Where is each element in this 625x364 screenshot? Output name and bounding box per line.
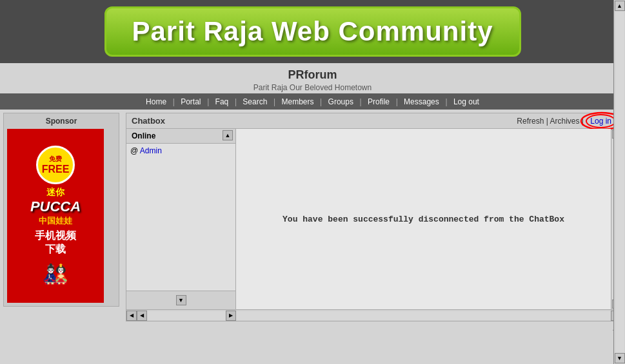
sponsor-box: Sponsor 免费 FREE 迷你 PUCCA 中国娃娃 手机视频 下载 🎎	[3, 113, 119, 307]
nav-search[interactable]: Search	[239, 97, 271, 106]
message-content: You have been successfully disconnected …	[236, 129, 611, 309]
character-icon: 🎎	[43, 262, 68, 286]
sponsor-label: Sponsor	[7, 117, 115, 126]
free-badge: 免费 FREE	[36, 146, 75, 184]
chatbox-title: Chatbox	[132, 116, 165, 126]
online-user-admin: @ Admin	[126, 144, 235, 158]
sponsor-image: 免费 FREE 迷你 PUCCA 中国娃娃 手机视频 下载 🎎	[7, 129, 104, 303]
online-hscroll-area: ◀ ▶	[137, 311, 236, 321]
nav-profile[interactable]: Profile	[364, 97, 393, 106]
logo-banner: Parit Raja Web Community	[104, 6, 521, 57]
online-panel: Online ▲ @ Admin ▼	[126, 129, 236, 309]
win-scroll-down[interactable]: ▼	[615, 353, 625, 363]
sidebar: Sponsor 免费 FREE 迷你 PUCCA 中国娃娃 手机视频 下载 🎎	[0, 110, 123, 364]
hscroll-online-right[interactable]: ▶	[226, 311, 236, 321]
chatbox-header: Chatbox Refresh | Archives | Log in	[126, 113, 621, 129]
win-scroll-up[interactable]: ▲	[615, 1, 625, 11]
hscroll-online-left[interactable]: ◀	[137, 311, 147, 321]
chinese-line2: 手机视频	[35, 229, 76, 243]
logo-text: Parit Raja Web Community	[132, 16, 493, 47]
chatbox: Chatbox Refresh | Archives | Log in	[126, 113, 622, 321]
forum-title: PRforum	[0, 68, 625, 82]
forum-subtitle: Parit Raja Our Beloved Hometown	[0, 83, 625, 92]
main-layout: Sponsor 免费 FREE 迷你 PUCCA 中国娃娃 手机视频 下载 🎎 …	[0, 110, 625, 364]
online-hscroll-track[interactable]	[147, 311, 226, 320]
nav-sep-2: |	[207, 97, 211, 106]
online-scroll-up[interactable]: ▲	[223, 130, 233, 140]
archives-link[interactable]: Archives	[550, 117, 579, 126]
pucca-text: PUCCA	[30, 198, 81, 215]
chinese-line3: 下载	[45, 243, 66, 256]
chinese-line1: 中国娃娃	[39, 215, 72, 227]
at-symbol: @	[130, 146, 140, 155]
online-panel-footer: ▼	[126, 291, 235, 309]
chatbox-body: Online ▲ @ Admin ▼ You have been success…	[126, 129, 621, 309]
mini-text: 迷你	[46, 187, 64, 198]
win-scroll-track[interactable]	[615, 12, 624, 352]
online-scroll-down[interactable]: ▼	[176, 295, 186, 305]
nav-members[interactable]: Members	[277, 97, 317, 106]
login-link[interactable]: Log in	[586, 114, 616, 128]
nav-groups[interactable]: Groups	[324, 97, 357, 106]
message-hscroll-area: ▶	[236, 311, 621, 321]
nav-faq[interactable]: Faq	[212, 97, 233, 106]
nav-home[interactable]: Home	[142, 97, 170, 106]
disconnected-message: You have been successfully disconnected …	[283, 215, 564, 224]
nav-sep-8: |	[445, 97, 449, 106]
resize-handle-area	[126, 321, 622, 332]
refresh-link[interactable]: Refresh	[517, 117, 544, 126]
online-panel-header: Online ▲	[126, 129, 235, 144]
nav-sep-5: |	[320, 97, 324, 106]
header: Parit Raja Web Community	[0, 0, 625, 63]
message-hscroll-track[interactable]	[236, 311, 611, 320]
online-label: Online	[129, 130, 158, 142]
nav-bar: Home | Portal | Faq | Search | Members |…	[0, 93, 625, 110]
chatbox-bottom-scrollbar: ◀ ◀ ▶ ▶	[126, 309, 621, 321]
chatbox-links: Refresh | Archives | Log in	[517, 117, 616, 126]
hscroll-left-left[interactable]: ◀	[126, 311, 137, 321]
message-panel: You have been successfully disconnected …	[236, 129, 611, 309]
window-scrollbar: ▲ ▼	[613, 0, 625, 364]
admin-link[interactable]: Admin	[140, 146, 162, 155]
content-area: Chatbox Refresh | Archives | Log in	[123, 110, 625, 364]
login-wrapper: Log in	[586, 117, 616, 126]
nav-logout[interactable]: Log out	[450, 97, 483, 106]
forum-title-area: PRforum Parit Raja Our Beloved Hometown	[0, 63, 625, 93]
nav-portal[interactable]: Portal	[177, 97, 204, 106]
nav-messages[interactable]: Messages	[400, 97, 443, 106]
